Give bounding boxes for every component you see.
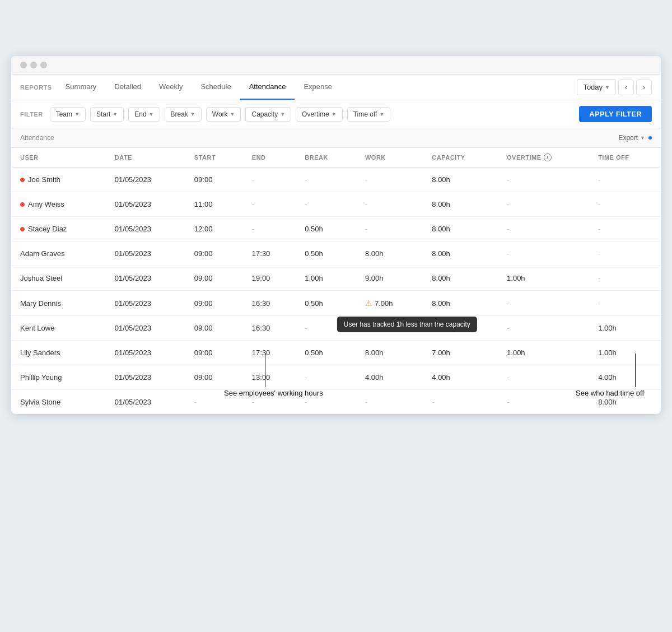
chevron-down-icon: ▼: [379, 111, 384, 117]
cell-time-off: -: [589, 266, 661, 291]
cell-time-off: -: [589, 241, 661, 266]
cell-work: 8.00h: [356, 241, 423, 266]
filter-break[interactable]: Break ▼: [165, 107, 202, 122]
cell-break: 0.50h: [296, 217, 356, 241]
cell-start: 12:00: [185, 217, 243, 241]
cell-capacity: 8.00h: [423, 217, 498, 241]
table-row: Stacey Diaz01/05/202312:00-0.50h-8.00h--: [11, 217, 661, 241]
status-dot: [20, 202, 25, 207]
filter-label: FILTER: [20, 111, 43, 118]
cell-capacity: 8.00h: [423, 266, 498, 291]
cell-capacity: 4.00h: [423, 365, 498, 390]
cell-work: 8.00h: [356, 316, 423, 341]
tab-weekly[interactable]: Weekly: [150, 75, 192, 100]
cell-user: Joe Smith: [11, 168, 106, 192]
filter-team[interactable]: Team ▼: [50, 107, 86, 122]
filter-start[interactable]: Start ▼: [90, 107, 124, 122]
cell-work: 8.00h: [356, 341, 423, 365]
filter-time-off[interactable]: Time off ▼: [347, 107, 391, 122]
cell-capacity: 8.00h: [423, 241, 498, 266]
table-row: Amy Weiss01/05/202311:00---8.00h--: [11, 192, 661, 217]
cell-date: 01/05/2023: [106, 168, 185, 192]
chevron-down-icon: ▼: [605, 85, 610, 90]
col-user: USER: [11, 148, 106, 168]
cell-break: 0.50h: [296, 241, 356, 266]
cell-date: 01/05/2023: [106, 266, 185, 291]
warning-icon: ⚠: [365, 299, 372, 308]
table-row: Adam Graves01/05/202309:0017:300.50h8.00…: [11, 241, 661, 266]
col-capacity: CAPACITY: [423, 148, 498, 168]
table-row: Joe Smith01/05/202309:00---8.00h--: [11, 168, 661, 192]
table-section-label: Attendance: [20, 134, 54, 142]
col-overtime: OVERTIME i: [498, 148, 589, 168]
apply-filter-button[interactable]: APPLY FILTER: [579, 106, 652, 122]
cell-start: 11:00: [185, 192, 243, 217]
chevron-down-icon: ▼: [190, 111, 195, 117]
export-button[interactable]: Export ▼: [618, 134, 652, 142]
export-label: Export: [618, 134, 638, 142]
cell-overtime: -: [498, 316, 589, 341]
window-titlebar: [11, 56, 661, 75]
cell-break: 1.00h: [296, 266, 356, 291]
tab-detailed[interactable]: Detailed: [105, 75, 150, 100]
table-row: Joshua Steel01/05/202309:0019:001.00h9.0…: [11, 266, 661, 291]
window-dot-3: [40, 62, 47, 68]
cell-start: 09:00: [185, 168, 243, 192]
date-select[interactable]: Today ▼: [577, 79, 616, 95]
cell-date: 01/05/2023: [106, 241, 185, 266]
cell-overtime: -: [498, 168, 589, 192]
filter-work[interactable]: Work ▼: [206, 107, 241, 122]
tab-attendance[interactable]: Attendance: [240, 75, 295, 100]
cell-start: 09:00: [185, 365, 243, 390]
cell-overtime: -: [498, 365, 589, 390]
cell-end: 17:30: [243, 241, 296, 266]
annotation-bottom-center: See employees' working hours: [224, 389, 323, 397]
filter-end[interactable]: End ▼: [128, 107, 160, 122]
tab-summary[interactable]: Summary: [57, 75, 106, 100]
cell-start: 09:00: [185, 241, 243, 266]
col-end: END: [243, 148, 296, 168]
table-row: Lily Sanders01/05/202309:0017:300.50h8.0…: [11, 341, 661, 365]
filter-overtime[interactable]: Overtime ▼: [296, 107, 343, 122]
cell-date: 01/05/2023: [106, 217, 185, 241]
prev-date-button[interactable]: ‹: [618, 80, 634, 95]
cell-break: -: [296, 168, 356, 192]
tab-expense[interactable]: Expense: [295, 75, 341, 100]
date-navigation: Today ▼ ‹ ›: [577, 79, 652, 95]
filter-capacity[interactable]: Capacity ▼: [245, 107, 291, 122]
cell-work: -: [356, 217, 423, 241]
cell-date: 01/05/2023: [106, 192, 185, 217]
cell-date: 01/05/2023: [106, 291, 185, 316]
cell-user: Sylvia Stone: [11, 390, 106, 415]
cell-end: -: [243, 217, 296, 241]
user-name: Amy Weiss: [28, 200, 64, 208]
cell-capacity: 8.00h: [423, 192, 498, 217]
cell-overtime: -: [498, 192, 589, 217]
cell-start: 09:00: [185, 266, 243, 291]
table-row: Kent Lowe01/05/202309:0016:30-8.00h8.00h…: [11, 316, 661, 341]
user-name: Stacey Diaz: [28, 225, 67, 233]
cell-work: ⚠ 7.00h User has tracked 1h less than th…: [356, 291, 423, 316]
cell-end: -: [243, 192, 296, 217]
tab-schedule[interactable]: Schedule: [192, 75, 240, 100]
user-name: Phillip Young: [20, 373, 62, 382]
user-name: Adam Graves: [20, 249, 64, 258]
cell-capacity: 7.00h: [423, 341, 498, 365]
overtime-info-icon[interactable]: i: [544, 154, 552, 161]
cell-user: Mary Dennis: [11, 291, 106, 316]
next-date-button[interactable]: ›: [636, 80, 652, 95]
cell-break: -: [296, 316, 356, 341]
cell-work: -: [356, 390, 423, 415]
user-name: Mary Dennis: [20, 299, 61, 308]
cell-break: 0.50h: [296, 341, 356, 365]
cell-date: 01/05/2023: [106, 316, 185, 341]
cell-end: 19:00: [243, 266, 296, 291]
cell-break: -: [296, 192, 356, 217]
cell-start: 09:00: [185, 341, 243, 365]
cell-break: -: [296, 365, 356, 390]
chevron-down-icon: ▼: [230, 111, 235, 117]
cell-user: Amy Weiss: [11, 192, 106, 217]
table-row: Sylvia Stone01/05/2023------8.00h: [11, 390, 661, 415]
cell-date: 01/05/2023: [106, 341, 185, 365]
cell-overtime: 1.00h: [498, 266, 589, 291]
